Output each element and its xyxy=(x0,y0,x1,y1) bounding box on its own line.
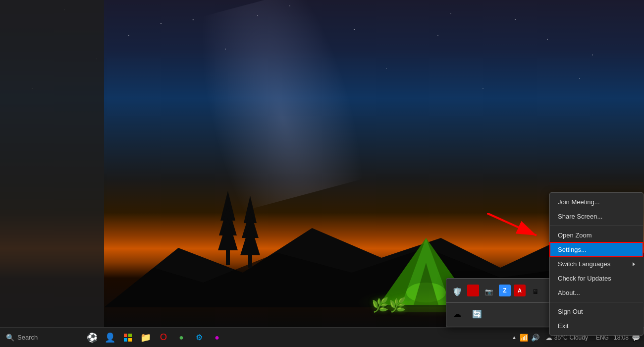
taskbar-chrome-icon[interactable]: ● xyxy=(173,330,189,346)
menu-label-exit: Exit xyxy=(558,322,569,330)
menu-label-join-meeting: Join Meeting... xyxy=(558,198,600,206)
tray-webcam-icon[interactable]: 📷 xyxy=(482,285,496,298)
menu-label-settings: Settings... xyxy=(558,246,587,253)
taskbar-extra-icon[interactable]: ● xyxy=(209,330,225,346)
menu-item-open-zoom[interactable]: Open Zoom xyxy=(550,228,643,242)
taskbar-file-explorer-icon[interactable]: 📁 xyxy=(138,330,154,346)
tray-wifi-icon[interactable]: 📶 xyxy=(520,334,528,342)
tray-acrobat-icon[interactable]: A xyxy=(514,285,526,296)
taskbar-settings-icon[interactable]: ⚙ xyxy=(191,330,207,346)
menu-item-share-screen[interactable]: Share Screen... xyxy=(550,209,643,224)
tree-silhouettes xyxy=(218,191,277,280)
tray-popup-icons: 🛡️ 📷 Z A 🖥 xyxy=(446,281,554,303)
search-icon: 🔍 xyxy=(6,334,14,342)
taskbar-windows-icon[interactable] xyxy=(120,330,136,346)
taskbar-app-icons: ⚽ 👤 📁 O ● ⚙ ● xyxy=(80,330,229,346)
left-panel xyxy=(0,0,104,327)
tray-display-icon[interactable]: 🖥 xyxy=(529,285,542,298)
menu-item-settings[interactable]: Settings... xyxy=(550,242,643,257)
tray-red-icon[interactable] xyxy=(467,285,479,296)
menu-label-switch-languages: Switch Languages xyxy=(558,260,610,268)
menu-item-sign-out[interactable]: Sign Out xyxy=(550,304,643,319)
tray-chevron-up[interactable]: ▲ xyxy=(512,335,517,340)
tray-zoom-icon[interactable]: Z xyxy=(499,285,511,296)
menu-label-check-updates: Check for Updates xyxy=(558,275,611,282)
menu-item-check-updates[interactable]: Check for Updates xyxy=(550,271,643,286)
menu-item-about[interactable]: About... xyxy=(550,286,643,300)
menu-item-switch-languages[interactable]: Switch Languages xyxy=(550,257,643,271)
svg-rect-9 xyxy=(248,255,252,268)
taskbar-opera-icon[interactable]: O xyxy=(156,330,171,346)
menu-divider-1 xyxy=(550,226,643,226)
tray-sync-icon[interactable]: 🔄 xyxy=(470,307,484,321)
menu-divider-2 xyxy=(550,302,643,302)
menu-label-sign-out: Sign Out xyxy=(558,308,583,315)
menu-item-exit[interactable]: Exit xyxy=(550,319,643,333)
tray-cloud-icon[interactable]: ☁ xyxy=(450,307,464,321)
submenu-arrow-icon xyxy=(633,262,635,266)
svg-rect-5 xyxy=(226,250,230,265)
menu-label-about: About... xyxy=(558,289,580,296)
milky-way-decoration xyxy=(84,0,471,240)
taskbar: 🔍 Search ⚽ 👤 📁 O ● ⚙ ● ▲ 📶 🔊 ☁ 35°C Clou… xyxy=(0,327,644,347)
svg-marker-8 xyxy=(240,223,260,255)
menu-label-share-screen: Share Screen... xyxy=(558,213,602,220)
taskbar-people-icon[interactable]: 👤 xyxy=(102,330,118,346)
tray-volume-icon[interactable]: 🔊 xyxy=(531,334,539,342)
search-label: Search xyxy=(17,334,38,341)
tray-shield-icon[interactable]: 🛡️ xyxy=(450,285,464,298)
taskbar-soccer-icon[interactable]: ⚽ xyxy=(84,330,100,346)
zoom-context-menu: Join Meeting... Share Screen... Open Zoo… xyxy=(549,192,644,336)
vegetation: 🌿🌿 xyxy=(372,297,406,313)
system-tray-popup: 🛡️ 📷 Z A 🖥 ☁ 🔄 xyxy=(446,278,555,327)
menu-item-join-meeting[interactable]: Join Meeting... xyxy=(550,195,643,209)
menu-label-open-zoom: Open Zoom xyxy=(558,231,592,239)
taskbar-search[interactable]: 🔍 Search xyxy=(0,328,80,347)
tray-popup-bottom: ☁ 🔄 xyxy=(446,303,554,325)
